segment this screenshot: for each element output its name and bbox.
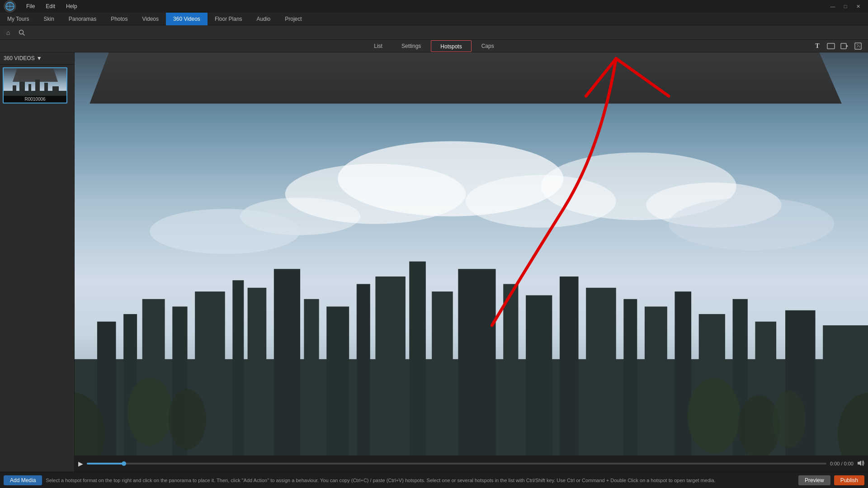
minimize-button[interactable]: — bbox=[826, 1, 839, 11]
link-format-icon[interactable] bbox=[853, 41, 863, 52]
image-format-icon[interactable] bbox=[826, 41, 836, 52]
svg-point-66 bbox=[773, 391, 806, 448]
video-scene bbox=[75, 52, 868, 455]
svg-rect-41 bbox=[248, 288, 267, 455]
media-thumbnail-r0010006[interactable]: R0010006 bbox=[3, 67, 67, 103]
nav-tab-skin[interactable]: Skin bbox=[36, 13, 61, 25]
video-viewer[interactable]: ▶ 0:00 / 0:00 bbox=[75, 52, 868, 472]
nav-tab-audio[interactable]: Audio bbox=[250, 13, 278, 25]
svg-rect-46 bbox=[375, 277, 406, 455]
nav-tab-360-videos[interactable]: 360 Videos bbox=[166, 13, 208, 25]
main-layout: 360 VIDEOS ▼ bbox=[0, 52, 868, 472]
time-display: 0:00 / 0:00 bbox=[830, 461, 854, 466]
home-button[interactable]: ⌂ bbox=[3, 27, 14, 38]
menu-bar: File Edit Help — □ ✕ bbox=[0, 0, 868, 13]
svg-rect-55 bbox=[645, 306, 667, 455]
svg-rect-53 bbox=[586, 288, 616, 455]
video-controls: ▶ 0:00 / 0:00 bbox=[75, 455, 868, 472]
sidebar: 360 VIDEOS ▼ bbox=[0, 52, 75, 472]
thumbnail-label: R0010006 bbox=[4, 96, 66, 103]
text-format-icon[interactable]: T bbox=[812, 41, 823, 52]
app-logo bbox=[4, 0, 16, 13]
svg-point-31 bbox=[150, 209, 300, 254]
svg-rect-56 bbox=[675, 291, 691, 455]
svg-rect-45 bbox=[357, 284, 370, 455]
nav-tab-photos[interactable]: Photos bbox=[104, 13, 135, 25]
svg-rect-50 bbox=[503, 284, 518, 455]
publish-button[interactable]: Publish bbox=[834, 475, 864, 485]
sub-tab-caps[interactable]: Caps bbox=[472, 40, 503, 52]
nav-tab-my-tours[interactable]: My Tours bbox=[0, 13, 36, 25]
maximize-button[interactable]: □ bbox=[839, 1, 852, 11]
nav-bar: My Tours Skin Panoramas Photos Videos 36… bbox=[0, 13, 868, 25]
progress-fill bbox=[87, 463, 124, 465]
svg-rect-44 bbox=[326, 306, 349, 455]
nav-tab-panoramas[interactable]: Panoramas bbox=[61, 13, 104, 25]
menu-edit[interactable]: Edit bbox=[41, 1, 60, 11]
sidebar-content: R0010006 bbox=[0, 65, 74, 472]
nav-tab-project[interactable]: Project bbox=[278, 13, 309, 25]
svg-rect-51 bbox=[526, 295, 552, 455]
sub-tabs-bar: List Settings Hotspots Caps T bbox=[0, 40, 868, 52]
svg-point-64 bbox=[688, 378, 740, 453]
sub-tab-list[interactable]: List bbox=[365, 40, 392, 52]
window-controls: — □ ✕ bbox=[826, 1, 864, 11]
nav-tab-videos[interactable]: Videos bbox=[135, 13, 166, 25]
svg-rect-47 bbox=[409, 262, 426, 455]
svg-rect-9 bbox=[841, 43, 846, 49]
svg-rect-52 bbox=[560, 277, 579, 455]
right-icon-toolbar: T bbox=[812, 40, 863, 52]
add-media-button[interactable]: Add Media bbox=[4, 475, 42, 485]
video-frame bbox=[75, 52, 868, 455]
sub-tab-settings[interactable]: Settings bbox=[392, 40, 430, 52]
toolbar: ⌂ bbox=[0, 25, 868, 40]
svg-line-6 bbox=[23, 33, 25, 35]
nav-tab-floor-plans[interactable]: Floor Plans bbox=[208, 13, 250, 25]
svg-rect-49 bbox=[458, 269, 495, 455]
svg-point-62 bbox=[127, 378, 172, 446]
svg-rect-42 bbox=[274, 269, 300, 455]
svg-marker-10 bbox=[846, 45, 848, 47]
svg-rect-40 bbox=[232, 280, 244, 455]
sub-tab-hotspots[interactable]: Hotspots bbox=[431, 40, 471, 52]
svg-rect-54 bbox=[623, 299, 637, 455]
close-button[interactable]: ✕ bbox=[852, 1, 864, 11]
video-format-icon[interactable] bbox=[839, 41, 850, 52]
svg-point-32 bbox=[669, 197, 834, 250]
play-button[interactable]: ▶ bbox=[78, 460, 83, 467]
sidebar-section-label: 360 VIDEOS bbox=[4, 55, 35, 61]
sidebar-dropdown-icon: ▼ bbox=[37, 55, 42, 61]
search-button[interactable] bbox=[16, 27, 27, 38]
svg-rect-48 bbox=[432, 291, 453, 455]
svg-marker-72 bbox=[858, 460, 861, 466]
volume-button[interactable] bbox=[857, 460, 864, 468]
menu-help[interactable]: Help bbox=[61, 1, 82, 11]
preview-button[interactable]: Preview bbox=[798, 475, 830, 485]
status-text: Select a hotspot format on the top right… bbox=[46, 478, 795, 483]
progress-bar[interactable] bbox=[87, 463, 826, 465]
progress-handle[interactable] bbox=[122, 461, 126, 466]
svg-marker-33 bbox=[90, 52, 842, 103]
menu-file[interactable]: File bbox=[22, 1, 39, 11]
svg-line-12 bbox=[857, 45, 859, 47]
svg-rect-43 bbox=[304, 299, 319, 455]
status-bar: Add Media Select a hotspot format on the… bbox=[0, 472, 868, 488]
sidebar-header[interactable]: 360 VIDEOS ▼ bbox=[0, 52, 74, 65]
svg-point-63 bbox=[169, 389, 206, 449]
